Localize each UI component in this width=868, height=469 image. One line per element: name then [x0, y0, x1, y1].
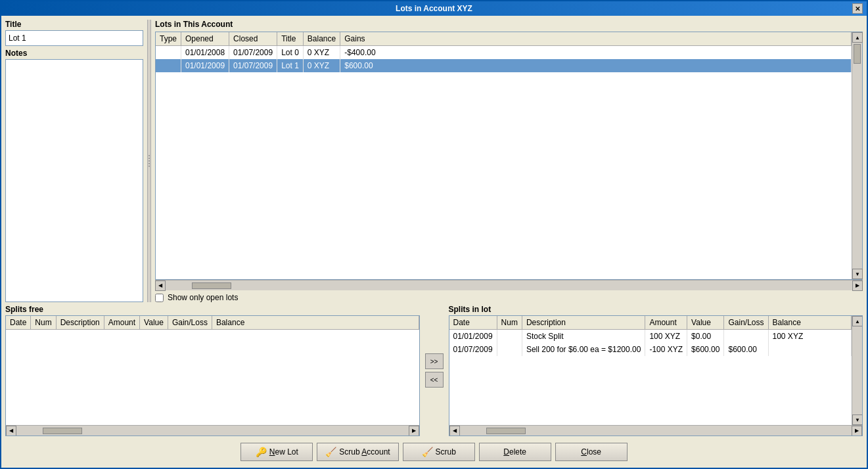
- splits-lot-cell-3: 100 XYZ: [645, 330, 687, 344]
- sl-scroll-track: [852, 326, 862, 414]
- splits-free-header: Date Num Description Amount Value Gain/L…: [6, 316, 419, 330]
- title-input[interactable]: [5, 30, 143, 46]
- sf-col-num: Num: [31, 316, 56, 330]
- move-to-free-btn[interactable]: <<: [425, 372, 444, 388]
- splits-lot-cell-5: $600.00: [724, 343, 768, 356]
- col-title: Title: [277, 32, 304, 46]
- scroll-hthumb: [192, 282, 231, 289]
- lots-panel: Lots in This Account Type Opened Closed …: [155, 20, 863, 302]
- splits-lot-cell-6: 100 XYZ: [768, 330, 851, 344]
- scrub-button[interactable]: 🧹 Scrub: [403, 443, 475, 461]
- bottom-section: Splits free Date Num Description Amount …: [5, 305, 863, 436]
- col-opened: Opened: [181, 32, 229, 46]
- content-area: Title Notes Lots: [1, 16, 867, 468]
- lots-cell-0: [156, 59, 181, 72]
- notes-section: Notes: [5, 49, 143, 302]
- lots-table-row[interactable]: 01/01/200801/07/2009Lot 00 XYZ-$400.00: [156, 46, 852, 60]
- main-window: Lots in Account XYZ ✕ Title Notes: [0, 0, 868, 469]
- lots-hscrollbar[interactable]: ◀ ▶: [155, 280, 863, 290]
- sf-scroll-track: [16, 426, 409, 436]
- sf-col-value: Value: [140, 316, 168, 330]
- lots-table-wrapper: Type Opened Closed Title Balance Gains 0…: [155, 32, 863, 280]
- splits-lot-hscrollbar[interactable]: ◀ ▶: [449, 425, 863, 436]
- close-button[interactable]: Close: [555, 443, 628, 461]
- lots-table-row[interactable]: 01/01/200901/07/2009Lot 10 XYZ$600.00: [156, 59, 852, 72]
- splits-free-scroll[interactable]: Date Num Description Amount Value Gain/L…: [6, 316, 419, 425]
- lots-section-label: Lots in This Account: [155, 20, 863, 29]
- lots-scrollbar[interactable]: ▲ ▼: [852, 32, 862, 279]
- lots-header-row: Type Opened Closed Title Balance Gains: [156, 32, 852, 46]
- splits-lot-cell-5: [724, 330, 768, 344]
- lots-table: Type Opened Closed Title Balance Gains 0…: [156, 32, 852, 72]
- scroll-up-btn[interactable]: ▲: [852, 32, 863, 43]
- top-section: Title Notes Lots: [5, 20, 863, 302]
- sf-scroll-left[interactable]: ◀: [6, 426, 16, 436]
- sl-scroll-left[interactable]: ◀: [449, 426, 460, 436]
- sl-col-balance: Balance: [768, 316, 851, 330]
- lots-cell-4: 0 XYZ: [303, 59, 340, 72]
- new-lot-icon: 🔑: [256, 447, 267, 457]
- new-lot-button[interactable]: 🔑 New Lot: [240, 443, 313, 461]
- new-lot-label: New Lot: [269, 447, 298, 457]
- notes-label: Notes: [5, 49, 143, 58]
- scroll-right-btn[interactable]: ▶: [852, 280, 863, 291]
- scroll-down-btn[interactable]: ▼: [852, 269, 863, 279]
- sl-scroll-up[interactable]: ▲: [852, 316, 862, 326]
- delete-label: Delete: [503, 447, 526, 457]
- splits-free-table: Date Num Description Amount Value Gain/L…: [6, 316, 419, 330]
- scrub-account-icon: 🧹: [325, 447, 336, 457]
- lots-cell-2: 01/07/2009: [229, 46, 277, 60]
- lots-cell-4: 0 XYZ: [303, 46, 340, 60]
- splits-lot-row[interactable]: 01/07/2009Sell 200 for $6.00 ea = $1200.…: [449, 343, 852, 356]
- sf-col-gainloss: Gain/Loss: [168, 316, 212, 330]
- show-only-open-label: Show only open lots: [168, 293, 238, 302]
- sf-col-desc: Description: [56, 316, 104, 330]
- sf-col-balance: Balance: [212, 316, 419, 330]
- splits-lot-inner-wrap: Date Num Description Amount Value Gain/L…: [449, 316, 863, 425]
- notes-textarea[interactable]: [5, 59, 143, 302]
- splits-free-panel: Splits free Date Num Description Amount …: [5, 305, 420, 436]
- splits-lot-cell-6: [768, 343, 851, 356]
- move-to-lot-btn[interactable]: >>: [425, 353, 444, 369]
- col-balance: Balance: [303, 32, 340, 46]
- sl-scroll-down[interactable]: ▼: [852, 414, 862, 425]
- sl-col-amount: Amount: [645, 316, 687, 330]
- window-title: Lots in Account XYZ: [16, 4, 852, 13]
- vertical-divider: [147, 20, 151, 302]
- titlebar: Lots in Account XYZ ✕: [1, 1, 867, 16]
- splits-lot-cell-3: -100 XYZ: [645, 343, 687, 356]
- sf-col-amount: Amount: [104, 316, 139, 330]
- splits-in-lot-panel: Splits in lot Date Num Description A: [449, 305, 863, 436]
- sl-scroll-htrack: [460, 426, 852, 436]
- lots-cell-2: 01/07/2009: [229, 59, 277, 72]
- scrub-account-button[interactable]: 🧹 Scrub Account: [317, 443, 398, 461]
- splits-lot-body: 01/01/2009Stock Split100 XYZ$0.00100 XYZ…: [449, 330, 852, 357]
- title-section: Title: [5, 20, 143, 46]
- lots-cell-5: -$400.00: [340, 46, 852, 60]
- splits-free-hscrollbar[interactable]: ◀ ▶: [6, 425, 419, 436]
- sf-col-date: Date: [6, 316, 31, 330]
- lots-table-inner[interactable]: Type Opened Closed Title Balance Gains 0…: [156, 32, 852, 279]
- sl-scroll-right[interactable]: ▶: [852, 426, 862, 436]
- show-only-open-checkbox[interactable]: [155, 294, 164, 302]
- sl-col-desc: Description: [522, 316, 645, 330]
- splits-free-table-container: Date Num Description Amount Value Gain/L…: [5, 315, 420, 436]
- splits-lot-cell-4: $600.00: [687, 343, 724, 356]
- scrub-label: Scrub: [436, 447, 456, 457]
- splits-lot-cell-1: [497, 343, 522, 356]
- sl-col-gainloss: Gain/Loss: [724, 316, 768, 330]
- scroll-track: [852, 43, 862, 269]
- sf-scroll-right[interactable]: ▶: [409, 426, 419, 436]
- splits-lot-cell-0: 01/01/2009: [449, 330, 497, 344]
- splits-lot-vscrollbar[interactable]: ▲ ▼: [852, 316, 862, 425]
- lots-cell-0: [156, 46, 181, 60]
- close-icon[interactable]: ✕: [852, 3, 863, 14]
- scroll-left-btn[interactable]: ◀: [155, 280, 166, 291]
- scrub-icon: 🧹: [422, 447, 433, 457]
- lots-cell-1: 01/01/2009: [181, 59, 229, 72]
- scrub-account-label: Scrub Account: [339, 447, 390, 457]
- delete-button[interactable]: Delete: [479, 443, 551, 461]
- splits-lot-scroll[interactable]: Date Num Description Amount Value Gain/L…: [449, 316, 852, 425]
- sl-col-value: Value: [687, 316, 724, 330]
- splits-lot-row[interactable]: 01/01/2009Stock Split100 XYZ$0.00100 XYZ: [449, 330, 852, 344]
